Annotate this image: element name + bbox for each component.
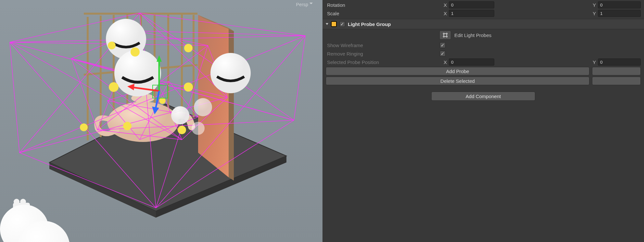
probe-pos-y-input[interactable]: [598, 58, 641, 66]
light-probe-group-icon: [331, 21, 337, 27]
svg-point-14: [210, 53, 251, 93]
svg-point-23: [123, 122, 132, 130]
svg-point-25: [80, 123, 88, 131]
axis-y-label: Y: [590, 11, 596, 16]
rotation-x-input[interactable]: [449, 1, 494, 8]
svg-point-19: [131, 47, 140, 57]
transform-scale-label: Scale: [327, 11, 439, 16]
scene-canvas: [0, 0, 322, 242]
inspector-panel: Rotation X Y Scale X: [322, 0, 644, 242]
svg-point-18: [108, 42, 116, 49]
add-probe-button[interactable]: Add Probe: [326, 67, 589, 75]
projection-caret-icon[interactable]: [309, 3, 313, 4]
axis-y-label: Y: [590, 2, 596, 8]
svg-point-36: [443, 36, 445, 37]
remove-ringing-checkbox[interactable]: [440, 51, 446, 57]
svg-point-15: [171, 106, 189, 124]
svg-point-35: [446, 33, 448, 34]
component-title: Light Probe Group: [348, 21, 391, 27]
svg-point-16: [194, 98, 212, 116]
edit-light-probes-label: Edit Light Probes: [454, 32, 491, 38]
svg-point-20: [184, 44, 193, 52]
svg-point-37: [446, 36, 448, 37]
svg-point-34: [443, 33, 445, 34]
svg-point-9: [107, 102, 179, 142]
transform-rotation-label: Rotation: [327, 2, 439, 8]
svg-marker-7: [229, 28, 234, 181]
svg-point-22: [184, 83, 193, 92]
foldout-icon[interactable]: [326, 23, 328, 25]
rotation-y-input[interactable]: [598, 1, 641, 8]
axis-y-label: Y: [590, 59, 596, 65]
component-enable-checkbox[interactable]: [339, 21, 345, 27]
scene-view[interactable]: Persp: [0, 0, 322, 242]
svg-point-24: [178, 126, 186, 134]
projection-label: Persp: [296, 2, 308, 7]
edit-light-probes-icon-button[interactable]: [439, 31, 451, 40]
scale-x-input[interactable]: [449, 10, 494, 17]
show-wireframe-checkbox[interactable]: [440, 42, 446, 48]
remove-ringing-label: Remove Ringing: [327, 51, 439, 57]
selected-probe-position-label: Selected Probe Position: [327, 59, 439, 65]
add-probe-secondary-button[interactable]: [592, 67, 641, 75]
scale-y-input[interactable]: [598, 10, 641, 17]
axis-x-label: X: [441, 59, 447, 65]
svg-point-21: [109, 82, 119, 92]
svg-marker-6: [198, 15, 229, 177]
show-wireframe-label: Show Wireframe: [327, 43, 439, 48]
probe-pos-x-input[interactable]: [449, 58, 494, 66]
delete-selected-button[interactable]: Delete Selected: [326, 77, 589, 85]
axis-x-label: X: [441, 11, 447, 16]
add-component-button[interactable]: Add Component: [431, 92, 535, 101]
svg-point-17: [192, 122, 205, 135]
axis-x-label: X: [441, 2, 447, 8]
component-header[interactable]: Light Probe Group: [322, 19, 644, 29]
svg-marker-29: [157, 55, 162, 62]
delete-selected-secondary-button[interactable]: [592, 77, 641, 85]
